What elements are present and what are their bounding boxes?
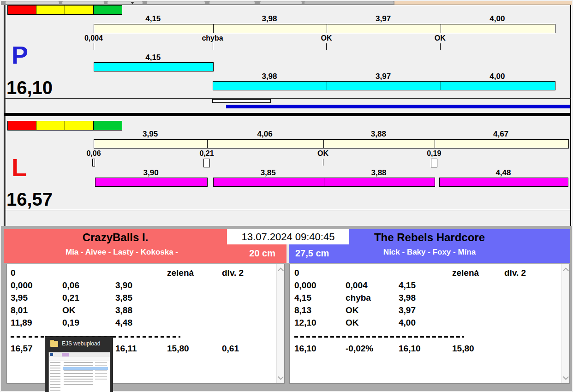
lane-divider <box>4 113 571 116</box>
table-cell: 0,06 <box>62 280 79 291</box>
split-time-label: 3,97 <box>326 72 440 81</box>
split-time-label: 4,48 <box>439 168 567 178</box>
background-window-fragment <box>6 1 59 4</box>
split-bar <box>94 62 214 71</box>
start-light-cell <box>93 5 122 15</box>
pass-mark-label: OK <box>305 34 347 42</box>
background-window-fragment <box>147 1 205 4</box>
team-dog-names: Nick - Baky - Foxy - Mína <box>289 248 570 257</box>
table-cell: 0,000 <box>11 280 33 291</box>
background-window-fragment <box>304 1 394 4</box>
thumbnail-file-columns <box>95 362 107 380</box>
lane-section-L: L16,573,954,063,884,670,060,21OK0,193,90… <box>6 116 570 226</box>
start-lights-legend <box>8 5 122 15</box>
explorer-icon <box>50 353 53 356</box>
ruler-divider <box>327 24 327 33</box>
lane-baseline <box>4 210 571 210</box>
thumbnail-ribbon-tab <box>62 353 69 356</box>
background-window-fragment <box>107 1 143 4</box>
team-dog-names: Mia - Aivee - Lasty - Kokoska - <box>4 248 240 257</box>
pass-mark-box <box>203 159 210 167</box>
lane-baseline <box>4 98 571 99</box>
start-light-cell <box>65 5 94 15</box>
taskbar-thumbnail-preview[interactable]: EJS webupload <box>45 336 113 392</box>
scroll-down-icon[interactable] <box>278 374 284 380</box>
scrollbar[interactable] <box>276 264 284 383</box>
split-bar <box>213 81 555 90</box>
thumbnail-window-title: EJS webupload <box>62 340 100 347</box>
pass-mark-label: 0,19 <box>413 149 455 158</box>
split-bar <box>213 178 436 187</box>
split-time-label: 4,67 <box>434 130 568 139</box>
pass-mark-tick <box>440 43 441 50</box>
thumbnail-nav-pane <box>50 362 60 392</box>
table-total-cell: 16,11 <box>115 344 137 354</box>
lane-letter: L <box>12 155 27 180</box>
table-cell: 4,15 <box>399 280 416 291</box>
split-ruler <box>94 139 569 148</box>
thumbnail-titlebar <box>49 352 110 357</box>
pass-mark-label: OK <box>302 149 344 158</box>
start-light-cell <box>7 5 36 15</box>
thumbnail-file-list <box>64 362 93 385</box>
scrollbar[interactable] <box>561 264 569 383</box>
background-window-fragment <box>62 1 104 4</box>
table-cell: OK <box>62 305 76 315</box>
lane-letter: P <box>12 42 28 67</box>
thumbnail-selected-row <box>63 367 108 370</box>
split-time-label: 4,15 <box>94 14 213 24</box>
table-total-cell: 16,57 <box>11 344 33 354</box>
split-bar <box>95 178 208 187</box>
ruler-divider <box>213 24 214 33</box>
chevron-down-icon <box>131 2 134 4</box>
pass-mark-tick <box>94 43 94 50</box>
scroll-up-icon[interactable] <box>278 267 284 273</box>
split-time-label: 3,88 <box>323 130 434 139</box>
table-cell: 3,98 <box>399 293 416 303</box>
table-cell: 4,48 <box>115 318 132 328</box>
table-cell: zelená <box>452 268 479 278</box>
table-total-cell: -0,02% <box>346 344 373 354</box>
table-cell: div. 2 <box>222 268 244 278</box>
pass-mark-box <box>431 159 437 167</box>
start-light-cell <box>7 121 36 131</box>
split-time-label: 4,00 <box>440 72 555 81</box>
table-cell: chyba <box>346 293 371 303</box>
pass-mark-label: 0,21 <box>186 149 227 158</box>
pass-mark-label: 0,06 <box>73 149 114 158</box>
table-total-cell: 15,80 <box>452 344 474 354</box>
app-window: P16,104,153,983,974,000,004chybaOKOK4,15… <box>0 0 573 392</box>
pass-mark-tick <box>326 43 327 50</box>
table-cell: 0,21 <box>62 293 79 303</box>
ruler-divider <box>323 140 324 148</box>
split-bar-divider <box>324 178 324 186</box>
pass-mark-slimbox <box>92 159 95 166</box>
table-cell: zelená <box>167 268 194 278</box>
table-cell: 0 <box>11 268 16 278</box>
scroll-down-icon[interactable] <box>563 374 569 380</box>
start-light-cell <box>36 121 65 131</box>
ruler-divider <box>441 24 441 33</box>
split-time-label: 3,98 <box>213 14 327 24</box>
table-cell: 8,13 <box>294 305 311 315</box>
table-cell: OK <box>346 318 359 328</box>
explorer-window-thumbnail[interactable] <box>48 352 110 392</box>
split-time-label: 4,00 <box>440 14 555 24</box>
scroll-up-icon[interactable] <box>563 267 569 273</box>
lane-total-time: 16,57 <box>6 190 53 208</box>
split-time-label: 4,15 <box>94 53 213 62</box>
table-cell: 4,15 <box>294 293 311 303</box>
split-time-label: 3,85 <box>213 168 323 178</box>
table-cell: 3,90 <box>115 280 132 291</box>
table-cell: OK <box>346 305 359 315</box>
table-total-cell: 16,10 <box>294 344 316 354</box>
table-divider <box>294 336 464 338</box>
folder-icon <box>50 341 58 347</box>
pass-mark-label: OK <box>419 34 461 42</box>
split-bar-divider <box>327 82 327 90</box>
lane-section-P: P16,104,153,983,974,000,004chybaOKOK4,15… <box>6 5 570 113</box>
thumbnail-address-bar <box>49 357 110 361</box>
background-window-fragment <box>209 1 255 4</box>
pass-mark-label: chyba <box>192 34 233 42</box>
table-cell: 8,01 <box>11 305 28 315</box>
